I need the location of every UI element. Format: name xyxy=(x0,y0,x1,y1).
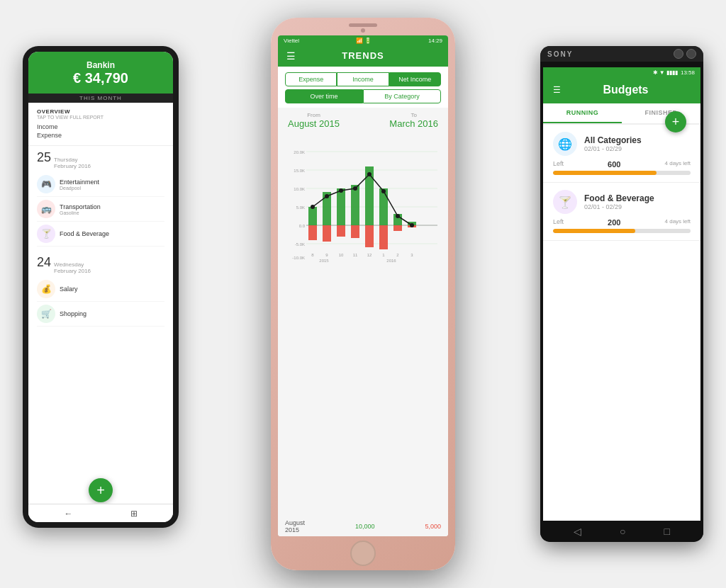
budget-header-2: 🍸 Food & Beverage 02/01 - 02/29 xyxy=(553,190,691,214)
phone-right: SONY ✱ ▼ ▮▮▮▮ 13:58 ☰ Budgets + RUNNING … xyxy=(540,46,703,542)
days-left-1: 4 days left xyxy=(665,160,691,169)
view-over-time[interactable]: Over time xyxy=(285,89,363,103)
day-name-1: Thursday xyxy=(54,157,91,163)
left-label-1: Left xyxy=(553,160,564,169)
svg-point-37 xyxy=(410,223,414,227)
tab-income[interactable]: Income xyxy=(337,72,389,86)
food-beverage-icon-right: 🍸 xyxy=(553,190,577,214)
tab-finished[interactable]: FINISHED xyxy=(622,103,700,123)
svg-point-32 xyxy=(339,188,343,193)
left-label-2: Left xyxy=(553,218,564,227)
tx-salary-label: Salary xyxy=(60,285,78,293)
chart-area: 20.0K 15.0K 10.0K 5.0K 0.0 -5.0K -10.0K xyxy=(278,132,448,516)
right-menu-icon[interactable]: ☰ xyxy=(553,85,561,95)
carrier: Viettel xyxy=(284,38,299,44)
svg-text:11: 11 xyxy=(353,253,358,257)
home-nav-icon[interactable]: ○ xyxy=(620,526,625,537)
svg-text:8: 8 xyxy=(311,253,314,257)
svg-text:3: 3 xyxy=(411,253,413,257)
right-status-icons: ✱ ▼ ▮▮▮▮ xyxy=(653,69,678,76)
budget-dates-1: 02/01 - 02/29 xyxy=(584,145,642,152)
svg-point-30 xyxy=(311,205,315,209)
tx-transportation[interactable]: 🚌 Transportation Gasoline xyxy=(37,197,164,222)
food-beverage-icon-1: 🍸 xyxy=(37,225,55,243)
date-range-row: From August 2015 To March 2016 xyxy=(278,108,448,132)
svg-text:-10.0K: -10.0K xyxy=(292,256,305,260)
center-app-header: ☰ TRENDS xyxy=(278,46,448,67)
budget-item-all-categories[interactable]: 🌐 All Categories 02/01 - 02/29 Left 600 … xyxy=(543,125,700,183)
day-number-1: 25 xyxy=(37,150,51,165)
budget-name-1: All Categories xyxy=(584,135,642,145)
svg-point-34 xyxy=(367,172,372,176)
tx-food-label-1: Food & Beverage xyxy=(60,230,109,237)
svg-rect-17 xyxy=(323,225,331,242)
trend-chart: 20.0K 15.0K 10.0K 5.0K 0.0 -5.0K -10.0K xyxy=(285,137,441,265)
footer-red-value: 5,000 xyxy=(425,523,441,530)
from-label: From xyxy=(288,112,340,118)
recents-nav-icon[interactable]: □ xyxy=(664,526,670,537)
transportation-icon: 🚌 xyxy=(37,200,55,218)
tx-salary[interactable]: 💰 Salary xyxy=(37,277,164,302)
svg-rect-19 xyxy=(337,225,345,237)
svg-text:9: 9 xyxy=(325,253,328,257)
svg-rect-27 xyxy=(393,225,402,231)
to-date[interactable]: March 2016 xyxy=(389,118,438,129)
budget-item-food-beverage[interactable]: 🍸 Food & Beverage 02/01 - 02/29 Left 200… xyxy=(543,183,700,241)
camera-icon-1 xyxy=(674,49,683,59)
time-center: 14:29 xyxy=(428,38,442,44)
budget-dates-2: 02/01 - 02/29 xyxy=(584,203,654,210)
tab-expense[interactable]: Expense xyxy=(285,72,337,86)
this-month-label: THIS MONTH xyxy=(28,94,173,103)
day-date-1: February 2016 xyxy=(54,163,91,169)
android-nav-bar: ◁ ○ □ xyxy=(540,521,703,542)
svg-point-36 xyxy=(396,214,400,218)
svg-text:12: 12 xyxy=(367,253,372,257)
view-by-category[interactable]: By Category xyxy=(363,89,441,103)
tab-running[interactable]: RUNNING xyxy=(543,103,622,123)
days-left-2: 4 days left xyxy=(665,218,691,227)
budget-stats-2: Left 200 4 days left xyxy=(553,218,691,227)
tx-food-beverage-1[interactable]: 🍸 Food & Beverage xyxy=(37,222,164,247)
progress-bg-1 xyxy=(553,171,691,175)
right-app-title: Budgets xyxy=(603,84,649,96)
tx-transportation-sub: Gasoline xyxy=(60,210,101,215)
phone-right-screen: ✱ ▼ ▮▮▮▮ 13:58 ☰ Budgets + RUNNING FINIS… xyxy=(543,67,700,521)
to-label: To xyxy=(389,112,438,118)
from-date[interactable]: August 2015 xyxy=(288,118,340,129)
entertainment-icon: 🎮 xyxy=(37,175,55,193)
windows-icon[interactable]: ⊞ xyxy=(130,509,138,519)
add-budget-button[interactable]: + xyxy=(665,111,686,132)
svg-text:5.0K: 5.0K xyxy=(296,205,305,210)
brand-name: SONY xyxy=(547,50,573,58)
right-app-header: ☰ Budgets xyxy=(543,78,700,103)
salary-icon: 💰 xyxy=(37,280,55,298)
home-button[interactable] xyxy=(350,541,376,566)
svg-text:1: 1 xyxy=(382,253,385,257)
svg-text:10: 10 xyxy=(339,253,344,257)
footer-green-value: 10,000 xyxy=(355,523,375,530)
svg-rect-15 xyxy=(308,225,317,240)
back-nav-icon[interactable]: ◁ xyxy=(574,526,581,537)
budget-stats-1: Left 600 4 days left xyxy=(553,160,691,169)
tx-entertainment-label: Entertainment xyxy=(60,179,99,186)
add-transaction-button[interactable]: + xyxy=(89,478,113,502)
menu-icon[interactable]: ☰ xyxy=(286,50,296,62)
tab-net-income[interactable]: Net Income xyxy=(389,72,441,86)
back-icon[interactable]: ← xyxy=(65,509,73,519)
overview-income: Income xyxy=(37,123,164,131)
bottom-nav-left: ← ⊞ xyxy=(28,504,173,522)
tx-transportation-label: Transportation xyxy=(60,203,101,210)
status-bar-right: ✱ ▼ ▮▮▮▮ 13:58 xyxy=(543,67,700,78)
tx-shopping[interactable]: 🛒 Shopping xyxy=(37,302,164,327)
svg-text:15.0K: 15.0K xyxy=(294,169,305,173)
status-icons: 📶 🔋 xyxy=(356,38,372,44)
svg-text:-5.0K: -5.0K xyxy=(295,242,305,247)
svg-rect-24 xyxy=(379,188,388,225)
svg-rect-25 xyxy=(379,225,388,249)
svg-point-33 xyxy=(353,186,357,191)
overview-title: OVERVIEW xyxy=(37,108,164,115)
tx-shopping-label: Shopping xyxy=(60,310,86,317)
tx-entertainment[interactable]: 🎮 Entertainment Deadpool xyxy=(37,172,164,197)
phone-left-screen: Bankin € 34,790 THIS MONTH OVERVIEW TAP … xyxy=(28,52,173,522)
footer-date-label: August2015 xyxy=(285,519,305,533)
